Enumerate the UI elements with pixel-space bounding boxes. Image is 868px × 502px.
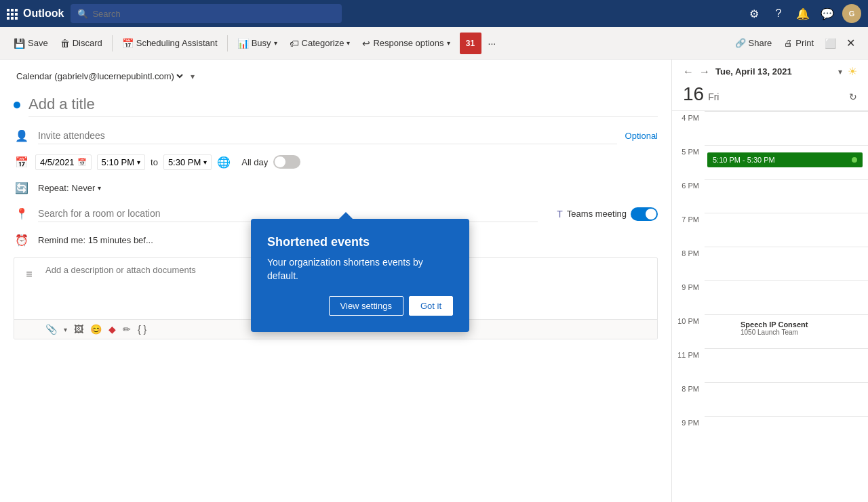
time-label: 8 PM: [672, 247, 705, 280]
image-icon[interactable]: 🖼: [74, 324, 83, 335]
start-time-select[interactable]: 5:10 PM ▾: [97, 154, 145, 170]
popup-title: Shortened events: [267, 235, 453, 249]
time-label: 9 PM: [672, 416, 705, 450]
allday-label: All day: [241, 157, 268, 167]
teams-toggle-row: T Teams meeting: [557, 207, 658, 221]
emoji-icon[interactable]: 😊: [90, 324, 102, 335]
time-label: 11 PM: [672, 348, 705, 382]
date-icon: 📅: [14, 154, 30, 170]
draw-icon[interactable]: ✏: [123, 324, 131, 335]
right-cal-dropdown[interactable]: ▾: [838, 67, 842, 77]
time-label: 7 PM: [672, 213, 705, 247]
right-cal-date: Tue, April 13, 2021: [715, 66, 833, 77]
feedback-icon[interactable]: 💬: [818, 4, 837, 23]
share-button[interactable]: 🔗Share: [730, 34, 778, 53]
code-icon[interactable]: { }: [138, 324, 146, 335]
scheduling-assistant-button[interactable]: 📅 Scheduling Assistant: [117, 34, 223, 53]
repeat-icon: 🔄: [14, 180, 30, 196]
help-icon[interactable]: ?: [769, 4, 788, 23]
search-bar[interactable]: 🔍: [71, 4, 342, 23]
search-input[interactable]: [92, 9, 335, 19]
attendees-input[interactable]: [38, 127, 617, 144]
day-number: 16: [683, 83, 704, 105]
time-label: 10 PM: [672, 314, 705, 348]
location-icon: 📍: [14, 206, 30, 222]
restore-button[interactable]: ⬜: [821, 34, 840, 53]
save-button[interactable]: 💾 Save: [8, 34, 54, 53]
calendar-selector-arrow: ▾: [191, 72, 195, 81]
allday-toggle[interactable]: [273, 155, 300, 169]
date-input[interactable]: 4/5/2021 📅: [35, 154, 92, 170]
title-dot: [14, 102, 20, 108]
app-logo: Outlook: [23, 7, 64, 20]
busy-button[interactable]: 📊 Busy ▾: [232, 34, 283, 53]
right-cal-prev[interactable]: ←: [683, 66, 694, 78]
time-label: 9 PM: [672, 280, 705, 314]
shortened-popup: Shortened events Your organization short…: [251, 219, 469, 332]
response-options-button[interactable]: ↩ Response options ▾: [357, 34, 455, 53]
end-time-select[interactable]: 5:30 PM ▾: [163, 154, 212, 170]
attach-icon[interactable]: 📎: [45, 324, 57, 335]
refresh-icon[interactable]: ↻: [849, 91, 857, 102]
calendar-selector[interactable]: Calendar (gabrielv@lucernepubintl.com): [14, 70, 185, 82]
avatar[interactable]: G: [842, 4, 861, 23]
teams-meeting-toggle[interactable]: [631, 207, 658, 221]
print-button[interactable]: 🖨Print: [778, 34, 819, 53]
time-label: 6 PM: [672, 179, 705, 213]
description-icon: ≡: [21, 266, 37, 283]
more-button[interactable]: ···: [483, 34, 502, 53]
time-label: 4 PM: [672, 111, 705, 145]
title-input[interactable]: [28, 93, 658, 117]
notifications-icon[interactable]: 🔔: [793, 4, 812, 23]
reminder-icon: ⏰: [14, 232, 30, 248]
optional-link[interactable]: Optional: [625, 131, 658, 141]
got-it-button[interactable]: Got it: [409, 296, 453, 316]
popup-description: Your organization shortens events by def…: [267, 256, 453, 283]
attendees-icon: 👤: [14, 128, 30, 144]
right-cal-next[interactable]: →: [699, 66, 710, 78]
categorize-button[interactable]: 🏷 Categorize ▾: [284, 34, 356, 53]
settings-icon[interactable]: ⚙: [745, 4, 764, 23]
sun-icon: ☀: [848, 65, 857, 78]
remind-text: Remind me: 15 minutes bef...: [38, 235, 153, 245]
time-label: 5 PM: [672, 145, 705, 179]
time-label: 8 PM: [672, 382, 705, 416]
discard-button[interactable]: 🗑 Discard: [55, 34, 108, 53]
close-modal-button[interactable]: ✕: [841, 34, 860, 53]
waffle-menu[interactable]: [7, 9, 16, 18]
day-name: Fri: [708, 91, 719, 102]
repeat-select[interactable]: Repeat: Never ▾: [38, 183, 101, 193]
time-zone-icon[interactable]: 🌐: [217, 156, 231, 169]
view-settings-button[interactable]: View settings: [329, 296, 403, 316]
to-label: to: [151, 157, 158, 167]
fluent-icon[interactable]: ◆: [108, 324, 116, 335]
event-block[interactable]: 5:10 PM - 5:30 PM: [707, 152, 863, 167]
